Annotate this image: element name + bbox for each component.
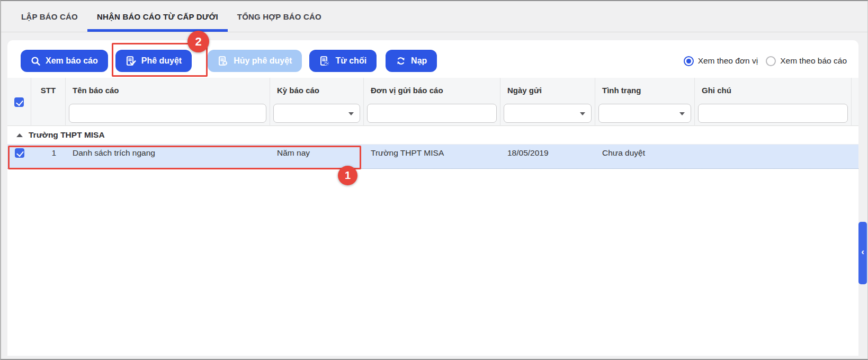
radio-label: Xem theo đơn vị [698,56,758,66]
row-checkbox[interactable] [15,148,24,158]
button-label: Từ chối [335,56,366,66]
filter-cell [364,102,500,126]
button-label: Xem báo cáo [46,56,98,66]
chevron-left-icon: ‹ [861,247,864,256]
filter-cell-spacer [852,102,858,126]
approve-document-icon [126,56,137,67]
table-header: STT Tên báo cáo Kỳ báo cáo Đơn vị gửi bá… [7,78,858,126]
filter-cell-stt [31,102,66,126]
button-label: Phê duyệt [141,56,182,66]
side-panel-toggle[interactable]: ‹ [858,222,867,284]
approve-button[interactable]: Phê duyệt [115,50,192,72]
radio-icon [684,56,694,66]
column-header-ky-bao-cao: Kỳ báo cáo [270,78,364,102]
content-card: Xem báo cáo Phê duyệt Hủy phê duyệt [7,40,858,356]
refresh-icon [396,56,406,66]
search-icon [31,56,41,66]
chevron-down-icon [679,112,685,115]
filter-cell [595,102,695,126]
chevron-down-icon [580,112,585,115]
radio-xem-theo-bao-cao[interactable]: Xem theo báo cáo [766,56,847,66]
filter-cell [66,102,270,126]
toolbar: Xem báo cáo Phê duyệt Hủy phê duyệt [7,40,858,78]
reload-button[interactable]: Nạp [386,50,437,72]
group-row-truong-thpt-misa[interactable]: Trường THPT MISA [7,126,858,145]
column-header-ghi-chu: Ghi chú [695,78,852,102]
view-report-button[interactable]: Xem báo cáo [21,50,108,72]
row-checkbox-cell [7,148,31,158]
column-header-stt: STT [31,78,66,102]
radio-icon [766,56,776,66]
button-label: Nạp [411,56,427,66]
collapse-triangle-icon[interactable] [16,133,23,137]
select-all-checkbox[interactable] [14,97,24,107]
tab-label: LẬP BÁO CÁO [21,12,78,21]
reject-document-icon [319,56,330,67]
filter-tinh-trang-select[interactable] [598,104,691,123]
column-header-don-vi-gui-bao-cao: Đơn vị gửi báo cáo [364,78,500,102]
filter-ten-bao-cao-input[interactable] [69,104,266,123]
filter-cell [270,102,364,126]
tab-nhan-bao-cao-tu-cap-duoi[interactable]: NHẬN BÁO CÁO TỪ CẤP DƯỚI [87,1,228,32]
cell-ten-bao-cao: Danh sách trích ngang [66,148,270,158]
unapprove-button[interactable]: Hủy phê duyệt [208,50,302,72]
unapprove-document-icon [218,56,229,67]
filter-ghi-chu-input[interactable] [698,104,848,123]
column-header-ten-bao-cao: Tên báo cáo [66,78,270,102]
filter-cell [695,102,852,126]
tab-tong-hop-bao-cao[interactable]: TỔNG HỢP BÁO CÁO [228,1,331,32]
radio-xem-theo-don-vi[interactable]: Xem theo đơn vị [684,56,758,66]
cell-ky-bao-cao: Năm nay [270,148,364,158]
column-header-spacer [852,78,858,102]
cell-don-vi-gui: Trường THPT MISA [364,148,500,158]
column-header-tinh-trang: Tình trạng [595,78,695,102]
filter-ky-bao-cao-select[interactable] [273,104,360,123]
chevron-down-icon [348,112,354,115]
cell-stt: 1 [31,148,66,158]
filter-ngay-gui-select[interactable] [504,104,592,123]
cell-ngay-gui: 18/05/2019 [500,148,595,158]
tab-label: NHẬN BÁO CÁO TỪ CẤP DƯỚI [97,12,218,21]
reject-button[interactable]: Từ chối [309,50,377,72]
filter-don-vi-input[interactable] [367,104,497,123]
filter-cell [500,102,595,126]
table-row[interactable]: 1 Danh sách trích ngang Năm nay Trường T… [7,145,858,169]
group-label: Trường THPT MISA [29,130,105,140]
app-window: LẬP BÁO CÁO NHẬN BÁO CÁO TỪ CẤP DƯỚI TỔN… [0,0,868,360]
radio-label: Xem theo báo cáo [780,56,847,66]
tab-lap-bao-cao[interactable]: LẬP BÁO CÁO [12,1,87,32]
tab-label: TỔNG HỢP BÁO CÁO [237,12,321,21]
column-header-ngay-gui: Ngày gửi [500,78,595,102]
view-mode-toggle: Xem theo đơn vị Xem theo báo cáo [684,50,847,72]
cell-tinh-trang: Chưa duyệt [595,148,695,158]
header-checkbox-cell [7,78,31,126]
button-label: Hủy phê duyệt [234,56,292,66]
tab-bar: LẬP BÁO CÁO NHẬN BÁO CÁO TỪ CẤP DƯỚI TỔN… [1,1,867,32]
